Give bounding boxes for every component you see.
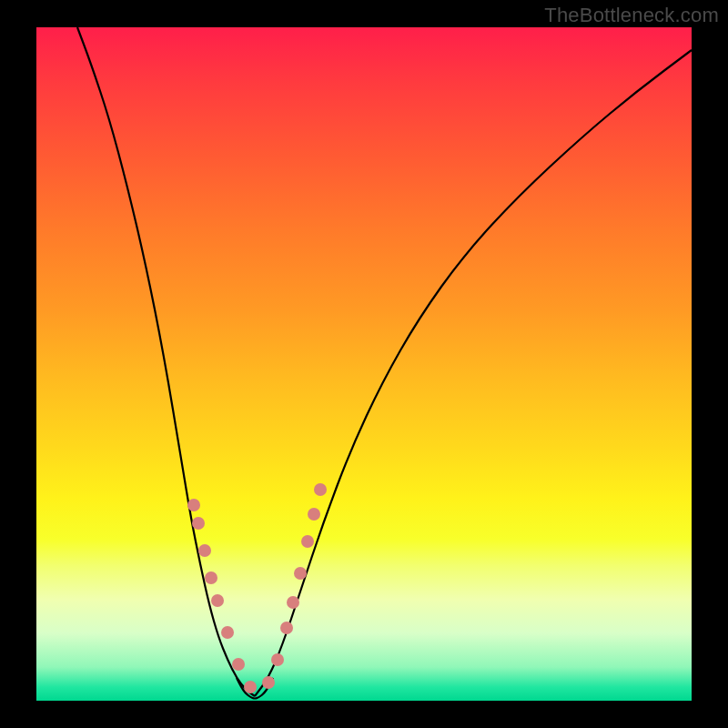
chart-frame: TheBottleneck.com xyxy=(0,0,728,728)
data-marker xyxy=(211,594,224,607)
data-marker xyxy=(287,596,299,609)
data-marker xyxy=(198,544,211,557)
curve-right-branch xyxy=(255,50,692,696)
data-marker xyxy=(271,653,284,666)
plot-area xyxy=(36,27,692,701)
data-marker xyxy=(294,567,307,580)
data-marker xyxy=(205,571,217,584)
curve-left-branch xyxy=(77,27,255,696)
data-marker xyxy=(187,499,200,511)
data-marker xyxy=(221,626,234,639)
data-marker xyxy=(280,622,293,634)
watermark-text: TheBottleneck.com xyxy=(544,4,719,27)
curve-svg xyxy=(36,27,692,701)
data-marker xyxy=(308,508,320,521)
data-marker xyxy=(192,517,205,530)
data-marker xyxy=(244,681,257,693)
data-marker xyxy=(232,658,245,671)
data-marker xyxy=(301,535,314,548)
markers-left xyxy=(187,499,257,693)
data-marker xyxy=(314,483,327,496)
markers-right xyxy=(262,483,327,689)
data-marker xyxy=(262,676,275,689)
